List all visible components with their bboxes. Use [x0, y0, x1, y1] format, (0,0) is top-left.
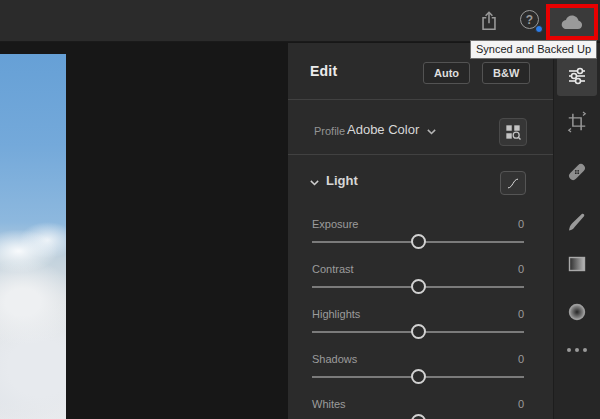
slider-knob[interactable]	[411, 369, 426, 384]
chevron-down-icon[interactable]	[425, 124, 438, 142]
notification-dot	[535, 25, 543, 33]
slider-contrast: Contrast 0	[312, 263, 524, 303]
slider-value: 0	[518, 308, 524, 320]
tone-curve-button[interactable]	[500, 171, 526, 195]
edit-sliders-icon[interactable]	[557, 56, 597, 96]
slider-exposure: Exposure 0	[312, 218, 524, 258]
crop-rotate-icon[interactable]	[557, 102, 597, 142]
light-section-title: Light	[326, 173, 358, 188]
top-bar: ?	[0, 0, 600, 42]
help-icon[interactable]: ?	[519, 9, 543, 33]
cloud-icon	[559, 11, 585, 33]
slider-label: Whites	[312, 398, 346, 410]
light-section-header[interactable]: Light	[288, 167, 553, 203]
slider-knob[interactable]	[411, 414, 426, 419]
cloud-sync-button[interactable]	[550, 8, 594, 36]
profile-browser-button[interactable]	[499, 118, 527, 146]
profile-label: Profile	[314, 125, 345, 137]
slider-knob[interactable]	[411, 324, 426, 339]
slider-knob[interactable]	[411, 234, 426, 249]
more-tools-icon[interactable]	[557, 330, 597, 370]
healing-brush-icon[interactable]	[557, 152, 597, 192]
grid-search-icon	[503, 122, 523, 142]
slider-label: Exposure	[312, 218, 358, 230]
slider-label: Shadows	[312, 353, 357, 365]
slider-value: 0	[518, 263, 524, 275]
auto-button[interactable]: Auto	[423, 62, 470, 84]
divider	[288, 99, 553, 100]
slider-value: 0	[518, 353, 524, 365]
divider	[288, 154, 553, 155]
curve-icon	[505, 176, 521, 191]
profile-row: Profile Adobe Color	[288, 113, 553, 153]
linear-gradient-icon[interactable]	[557, 244, 597, 284]
profile-value[interactable]: Adobe Color	[347, 122, 419, 137]
tooltip: Synced and Backed Up	[470, 40, 597, 59]
ellipsis-dots	[567, 348, 587, 352]
slider-knob[interactable]	[411, 279, 426, 294]
slider-value: 0	[518, 398, 524, 410]
slider-label: Highlights	[312, 308, 360, 320]
masking-brush-icon[interactable]	[557, 202, 597, 242]
bw-button[interactable]: B&W	[482, 62, 530, 84]
panel-title: Edit	[310, 63, 337, 79]
chevron-down-icon	[308, 175, 321, 193]
radial-gradient-icon[interactable]	[557, 292, 597, 332]
edit-panel: Edit Auto B&W Profile Adobe Color	[288, 43, 553, 419]
slider-label: Contrast	[312, 263, 354, 275]
slider-shadows: Shadows 0	[312, 353, 524, 393]
tool-strip	[553, 43, 600, 419]
slider-whites: Whites 0	[312, 398, 524, 419]
slider-value: 0	[518, 218, 524, 230]
share-icon[interactable]	[478, 10, 500, 32]
slider-highlights: Highlights 0	[312, 308, 524, 348]
photo-sky-clouds[interactable]	[0, 54, 66, 419]
